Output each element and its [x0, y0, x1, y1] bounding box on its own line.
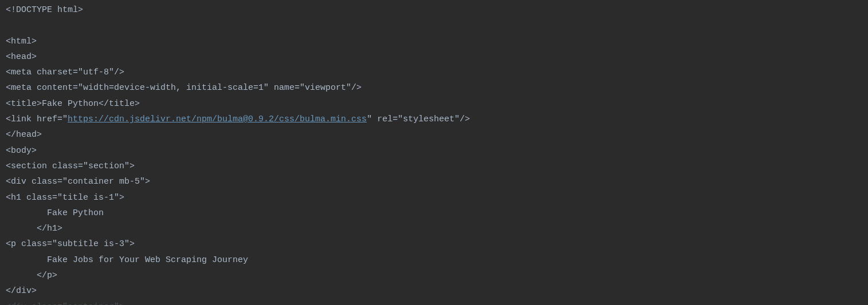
code-line-15: <p class="subtitle is-3"> [6, 236, 862, 252]
code-line-11: <div class="container mb-5"> [6, 174, 862, 189]
code-line-9: <body> [6, 143, 862, 159]
code-line-3: <head> [6, 49, 862, 65]
code-line-10: <section class="section"> [6, 159, 862, 174]
code-line-1 [6, 18, 862, 33]
url-link[interactable]: https://cdn.jsdelivr.net/npm/bulma@0.9.2… [68, 114, 367, 124]
code-line-16: Fake Jobs for Your Web Scraping Journey [6, 252, 862, 268]
code-line-14: </h1> [6, 221, 862, 236]
code-line-8: </head> [6, 127, 862, 142]
code-line-12: <h1 class="title is-1"> [6, 190, 862, 205]
code-line-2: <html> [6, 34, 862, 49]
code-line-4: <meta charset="utf-8"/> [6, 65, 862, 80]
code-line-5: <meta content="width=device-width, initi… [6, 80, 862, 96]
code-text: <link href=" [6, 114, 68, 124]
code-text: " rel="stylesheet"/> [367, 114, 470, 124]
code-line-18: </div> [6, 283, 862, 299]
code-line-17: </p> [6, 268, 862, 283]
code-line-6: <title>Fake Python</title> [6, 96, 862, 112]
code-block[interactable]: <!DOCTYPE html> <html><head><meta charse… [0, 0, 868, 305]
code-line-7: <link href="https://cdn.jsdelivr.net/npm… [6, 112, 862, 127]
code-line-19: <div class="container"> [6, 299, 862, 305]
code-line-0: <!DOCTYPE html> [6, 2, 862, 18]
code-line-13: Fake Python [6, 205, 862, 221]
